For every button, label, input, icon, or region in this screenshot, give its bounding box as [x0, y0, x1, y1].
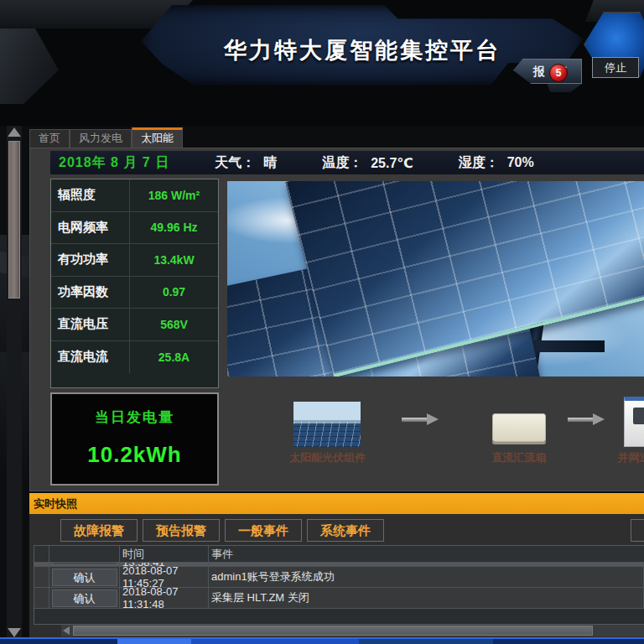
flow-arrow-icon: [402, 413, 439, 425]
temperature-label: 温度：: [322, 154, 362, 172]
scroll-left-icon[interactable]: [63, 626, 70, 635]
time-column-header: 时间: [120, 546, 209, 562]
scroll-up-icon[interactable]: [8, 127, 21, 137]
metric-row: 辐照度 186 W/m²: [51, 179, 218, 212]
snapshot-title-bar: 实时快照: [29, 493, 644, 514]
confirm-button[interactable]: 确认: [52, 589, 117, 607]
metric-value: 49.96 Hz: [130, 212, 218, 244]
pv-array-image: [293, 402, 361, 447]
metric-row: 电网频率 49.96 Hz: [51, 212, 218, 245]
flow-arrow-icon: [568, 413, 605, 425]
taskbar-strip: [0, 637, 644, 644]
metric-value: 186 W/m²: [130, 179, 218, 211]
metric-label: 功率因数: [51, 277, 130, 309]
solar-panels-photo: [227, 181, 644, 377]
dc-combiner-image: [492, 413, 546, 442]
event-time-cell: 2018-08-07 11:31:48: [120, 588, 209, 608]
metric-value: 25.8A: [130, 341, 218, 374]
confirm-button[interactable]: 确认: [52, 569, 117, 586]
metric-row: 直流电压 568V: [51, 309, 218, 341]
vertical-scrollbar-thumb[interactable]: [8, 141, 20, 299]
confirm-column-header: [49, 546, 120, 562]
status-bar: 2018年 8 月 7 日 天气： 晴 温度： 25.7℃ 湿度： 70%: [50, 151, 644, 174]
flow-node-label: 太阳能光伏组件: [289, 450, 365, 465]
humidity-label: 湿度：: [459, 154, 499, 172]
tab-bar: 首页 风力发电 太阳能: [29, 127, 183, 148]
metrics-panel: 辐照度 186 W/m² 电网频率 49.96 Hz 有功功率 13.4kW 功…: [50, 179, 219, 388]
row-selector-cell: [34, 588, 49, 608]
table-row[interactable]: 确认 2018-08-07 11:45:27 admin1账号登录系统成功: [34, 567, 644, 588]
flow-node-inverter: 并网逆变器: [607, 397, 644, 465]
scada-app-window: 华力特大厦智能集控平台 报 警 5 停止 首页 风力发电 太阳能 2018年 8…: [0, 0, 644, 644]
metric-label: 辐照度: [51, 179, 130, 211]
flow-node-label: 并网逆变器: [607, 450, 644, 465]
metric-row: 功率因数 0.97: [51, 277, 218, 309]
inverter-image: [624, 397, 644, 447]
tab-wind-power[interactable]: 风力发电: [70, 129, 132, 148]
header-decor-shape: [0, 29, 59, 104]
confirm-cell: 确认: [49, 588, 120, 608]
weather-value: 晴: [263, 154, 277, 172]
metric-row: 有功功率 13.4kW: [51, 244, 218, 277]
table-row[interactable]: 确认 2018-08-07 11:31:48 采集层 HLT.ZM 关闭: [34, 588, 644, 609]
alarm-button[interactable]: 报 警: [513, 59, 582, 84]
humidity-value: 70%: [507, 155, 534, 170]
fault-alarm-button[interactable]: 故障报警: [60, 519, 138, 542]
metric-label: 直流电压: [51, 309, 130, 340]
metric-value: 13.4kW: [130, 244, 218, 276]
stop-button[interactable]: 停止: [592, 57, 639, 78]
metric-row: 直流电流 25.8A: [51, 341, 218, 374]
event-filter-button-row: 故障报警 预告报警 一般事件 系统事件: [29, 519, 644, 543]
metric-value: 568V: [130, 309, 218, 340]
event-text-cell: admin1账号登录系统成功: [209, 567, 644, 587]
event-time-cell: 2018-08-07 11:45:27: [120, 567, 209, 587]
daily-generation-value: 10.2kWh: [52, 442, 217, 468]
general-event-button[interactable]: 一般事件: [225, 519, 302, 542]
flow-node-pv-array: 太阳能光伏组件: [289, 402, 365, 465]
solar-dashboard-panel: 2018年 8 月 7 日 天气： 晴 温度： 25.7℃ 湿度： 70% 辐照…: [29, 148, 644, 491]
daily-generation-box: 当日发电量 10.2kWh: [50, 392, 219, 486]
scroll-down-icon[interactable]: [8, 628, 21, 637]
flow-node-dc-combiner: 直流汇流箱: [477, 402, 561, 465]
metric-label: 直流电流: [51, 341, 130, 374]
horizontal-scrollbar-thumb[interactable]: [73, 626, 593, 636]
temperature-value: 25.7℃: [371, 155, 413, 171]
pv-system-flow-diagram: 太阳能光伏组件 直流汇流箱 并网逆变器 交流配电柜: [227, 387, 644, 486]
vertical-scrollbar[interactable]: [7, 126, 22, 644]
metric-value: 0.97: [130, 277, 218, 309]
header: 华力特大厦智能集控平台 报 警 5 停止: [0, 0, 644, 126]
flow-node-label: 直流汇流箱: [477, 450, 561, 465]
tab-solar[interactable]: 太阳能: [132, 127, 183, 148]
weather-label: 天气：: [215, 154, 255, 172]
tab-home[interactable]: 首页: [29, 129, 70, 148]
date-text: 2018年 8 月 7 日: [59, 154, 169, 172]
alarm-count-badge[interactable]: 5: [549, 64, 568, 82]
metric-label: 电网频率: [51, 212, 130, 244]
row-selector-header: [34, 546, 49, 562]
taskbar-segment: [359, 639, 493, 644]
event-text-cell: 采集层 HLT.ZM 关闭: [209, 588, 644, 608]
taskbar-segment: [191, 639, 359, 644]
row-selector-cell: [34, 567, 49, 587]
events-table-header-row: 时间 事件: [34, 546, 644, 563]
warning-alarm-button[interactable]: 预告报警: [143, 519, 220, 542]
metric-label: 有功功率: [51, 244, 130, 276]
confirm-cell: 确认: [49, 567, 120, 587]
clipped-event-button[interactable]: [631, 519, 644, 542]
system-event-button[interactable]: 系统事件: [307, 519, 384, 542]
events-table: 时间 事件 确认 2018-08-07 13:58:41 demo账号登录系统成…: [34, 545, 644, 625]
taskbar-segment: [117, 639, 191, 644]
horizontal-scrollbar[interactable]: [61, 625, 644, 636]
page-title: 华力特大厦智能集控平台: [141, 35, 584, 65]
daily-generation-label: 当日发电量: [52, 408, 217, 427]
realtime-snapshot-section: 实时快照 故障报警 预告报警 一般事件 系统事件 时间 事件 确认: [29, 493, 644, 644]
event-column-header: 事件: [209, 546, 644, 562]
